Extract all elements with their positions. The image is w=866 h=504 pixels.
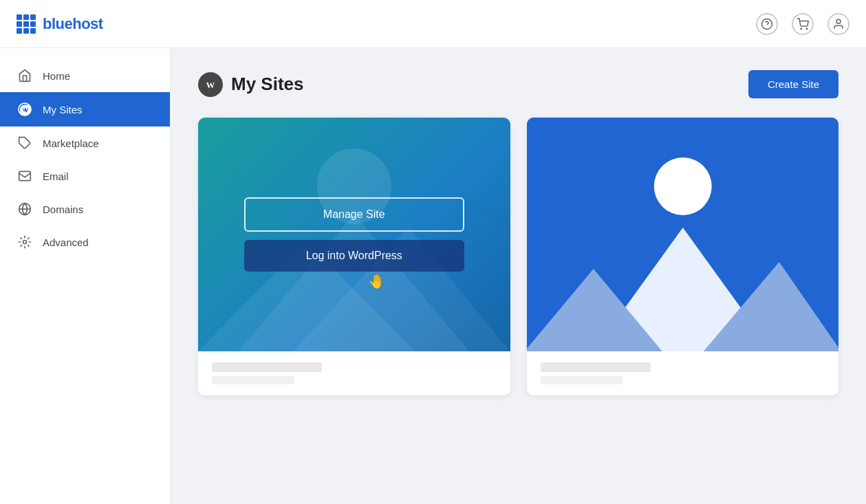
svg-point-18 xyxy=(653,157,711,215)
site-card-1[interactable]: Manage Site Log into WordPress 🤚 xyxy=(198,118,510,395)
header-icons xyxy=(756,13,849,35)
page-title: My Sites xyxy=(231,74,304,95)
sidebar-label-home: Home xyxy=(43,70,70,82)
sidebar-item-domains[interactable]: Domains xyxy=(0,193,170,226)
sidebar-item-advanced[interactable]: Advanced xyxy=(0,226,170,259)
sites-grid: Manage Site Log into WordPress 🤚 xyxy=(198,118,838,395)
app-layout: Home My Sites Marketplace xyxy=(0,48,866,504)
card-1-footer xyxy=(198,351,510,395)
sidebar-item-email[interactable]: Email xyxy=(0,160,170,193)
site-card-2[interactable] xyxy=(527,118,839,395)
sidebar-label-email: Email xyxy=(43,171,69,182)
email-icon xyxy=(17,169,33,183)
card-2-site-url xyxy=(541,376,623,384)
sidebar: Home My Sites Marketplace xyxy=(0,48,171,504)
sidebar-item-marketplace[interactable]: Marketplace xyxy=(0,127,170,160)
sidebar-label-domains: Domains xyxy=(43,204,83,215)
cursor-pointer: 🤚 xyxy=(368,273,385,289)
sidebar-item-home[interactable]: Home xyxy=(0,59,170,92)
logo-grid-icon xyxy=(17,14,36,34)
user-icon[interactable] xyxy=(827,13,849,35)
card-2-footer xyxy=(527,351,839,395)
globe-icon xyxy=(17,202,33,216)
manage-site-button[interactable]: Manage Site xyxy=(244,197,464,232)
wp-logo-icon: W xyxy=(198,72,223,97)
svg-rect-7 xyxy=(19,171,31,180)
card-1-site-name xyxy=(212,362,322,372)
main-title-group: W My Sites xyxy=(198,72,304,97)
sidebar-label-marketplace: Marketplace xyxy=(43,138,99,149)
log-into-wordpress-button[interactable]: Log into WordPress xyxy=(244,240,464,272)
svg-point-10 xyxy=(23,241,27,244)
main-content: W My Sites Create Site xyxy=(171,48,866,504)
card-1-site-url xyxy=(212,376,294,384)
card-1-image: Manage Site Log into WordPress 🤚 xyxy=(198,118,510,351)
card-2-image xyxy=(527,118,839,351)
wordpress-icon xyxy=(17,102,33,117)
sidebar-label-advanced: Advanced xyxy=(43,237,89,248)
logo-text: bluehost xyxy=(43,15,103,33)
advanced-icon xyxy=(17,235,33,249)
sidebar-item-my-sites[interactable]: My Sites xyxy=(0,92,170,127)
card-1-buttons: Manage Site Log into WordPress xyxy=(244,197,464,272)
app-header: bluehost xyxy=(0,0,866,48)
tag-icon xyxy=(17,136,33,150)
help-icon[interactable] xyxy=(756,13,778,35)
logo: bluehost xyxy=(17,14,103,34)
cart-icon[interactable] xyxy=(792,13,814,35)
main-header: W My Sites Create Site xyxy=(198,70,838,98)
card-2-site-name xyxy=(541,362,651,372)
home-icon xyxy=(17,69,33,83)
svg-point-2 xyxy=(801,28,802,30)
svg-text:W: W xyxy=(206,80,215,89)
create-site-button[interactable]: Create Site xyxy=(748,70,838,98)
svg-point-4 xyxy=(836,19,841,23)
sidebar-label-my-sites: My Sites xyxy=(43,104,83,116)
svg-point-3 xyxy=(806,28,808,30)
